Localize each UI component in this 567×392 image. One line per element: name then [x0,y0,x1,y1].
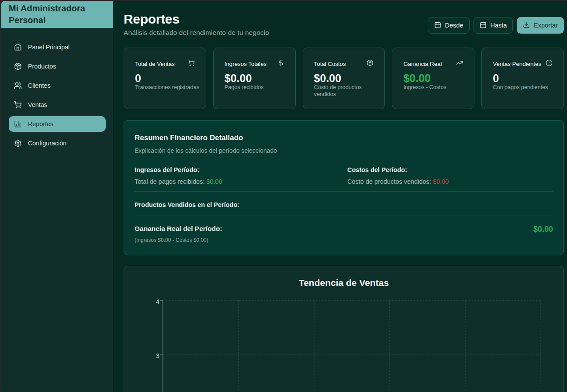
svg-text:4: 4 [156,298,159,305]
svg-text:3: 3 [156,352,159,359]
